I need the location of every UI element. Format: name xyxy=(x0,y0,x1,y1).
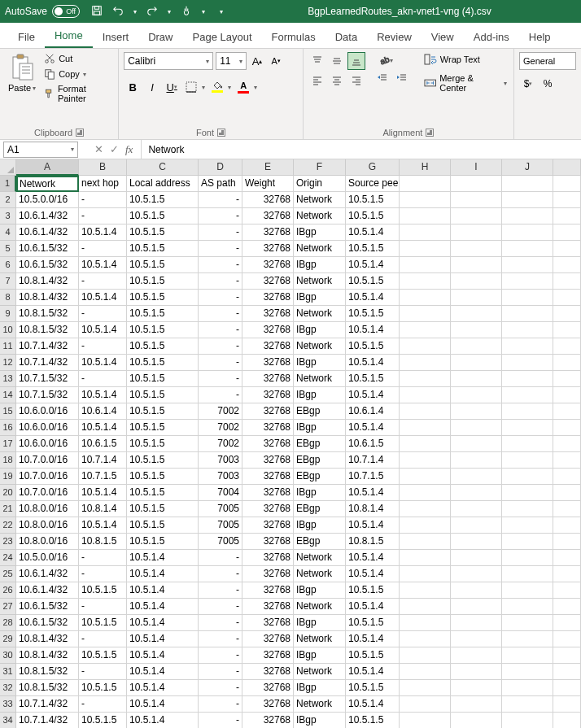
cell[interactable]: IBgp xyxy=(294,387,346,403)
cell[interactable] xyxy=(400,371,451,387)
cell[interactable]: 10.7.1.5/32 xyxy=(16,387,79,403)
row-header[interactable]: 20 xyxy=(0,485,16,501)
font-name-select[interactable]: Calibri▾ xyxy=(124,52,213,70)
row-header[interactable]: 23 xyxy=(0,534,16,550)
cell[interactable]: - xyxy=(199,696,242,713)
number-format-select[interactable]: General xyxy=(519,52,576,70)
cell[interactable]: 10.5.1.4 xyxy=(79,420,127,436)
cell[interactable] xyxy=(502,517,553,534)
cell[interactable] xyxy=(451,322,502,338)
cell[interactable] xyxy=(553,696,581,713)
cell[interactable]: IBgp xyxy=(294,582,346,599)
tab-insert[interactable]: Insert xyxy=(93,26,139,48)
cell[interactable] xyxy=(502,485,553,501)
cell[interactable]: 32768 xyxy=(242,469,294,485)
cell[interactable]: 10.5.1.4 xyxy=(346,387,400,403)
cell[interactable]: 10.6.1.5/32 xyxy=(16,599,79,615)
cell[interactable] xyxy=(502,322,553,338)
cell[interactable] xyxy=(400,452,451,469)
cell[interactable] xyxy=(553,322,581,338)
cell[interactable]: 10.8.1.5/32 xyxy=(16,306,79,322)
cell[interactable]: - xyxy=(199,225,242,241)
cell[interactable] xyxy=(400,550,451,566)
cell[interactable]: 10.5.1.5 xyxy=(127,338,199,355)
fx-icon[interactable]: fx xyxy=(125,143,133,156)
cell[interactable] xyxy=(502,713,553,728)
fill-color-button[interactable]: ▾ xyxy=(208,81,233,93)
cell[interactable] xyxy=(553,403,581,420)
tab-addins[interactable]: Add-ins xyxy=(464,26,519,48)
column-header-B[interactable]: B xyxy=(79,159,127,176)
cell[interactable]: Network xyxy=(294,371,346,387)
cell[interactable]: 10.8.1.4/32 xyxy=(16,290,79,306)
row-header[interactable]: 28 xyxy=(0,615,16,631)
cell[interactable]: - xyxy=(199,338,242,355)
cell[interactable]: Network xyxy=(294,192,346,208)
cell[interactable]: 32768 xyxy=(242,452,294,469)
cell[interactable]: - xyxy=(199,599,242,615)
cell[interactable] xyxy=(400,273,451,290)
cell[interactable]: 10.5.1.4 xyxy=(79,290,127,306)
font-color-button[interactable]: A▾ xyxy=(234,81,259,94)
cell[interactable]: 10.8.1.4 xyxy=(79,501,127,517)
column-header-J[interactable]: J xyxy=(502,159,553,176)
cell[interactable]: - xyxy=(199,257,242,273)
undo-dropdown-icon[interactable]: ▾ xyxy=(133,8,137,15)
cell[interactable]: 10.6.1.4/32 xyxy=(16,566,79,582)
cell[interactable] xyxy=(400,615,451,631)
cell[interactable]: 10.5.1.4 xyxy=(346,485,400,501)
cell[interactable]: 10.5.1.5 xyxy=(346,647,400,664)
cell[interactable] xyxy=(451,306,502,322)
cell[interactable]: 32768 xyxy=(242,582,294,599)
cell[interactable]: 32768 xyxy=(242,713,294,728)
cell[interactable] xyxy=(502,387,553,403)
cell[interactable] xyxy=(400,517,451,534)
cell[interactable] xyxy=(451,599,502,615)
cell[interactable] xyxy=(502,696,553,713)
cell[interactable]: - xyxy=(79,631,127,647)
cell[interactable] xyxy=(502,273,553,290)
cell[interactable]: - xyxy=(199,273,242,290)
spreadsheet-grid[interactable]: ABCDEFGHIJ 1Networknext hopLocal address… xyxy=(0,159,581,728)
cell[interactable]: 10.6.1.4/32 xyxy=(16,582,79,599)
merge-center-button[interactable]: Merge & Center▾ xyxy=(422,72,509,94)
cell[interactable] xyxy=(451,713,502,728)
formula-input[interactable]: Network xyxy=(141,140,581,159)
cell[interactable]: 10.5.1.5 xyxy=(127,322,199,338)
cell[interactable] xyxy=(553,534,581,550)
cell[interactable]: 10.5.1.4 xyxy=(127,599,199,615)
cell[interactable]: - xyxy=(199,550,242,566)
cell[interactable]: 10.5.1.5 xyxy=(127,225,199,241)
cell[interactable] xyxy=(400,631,451,647)
cell[interactable]: 10.7.1.4/32 xyxy=(16,355,79,371)
cell[interactable]: - xyxy=(199,582,242,599)
bold-button[interactable]: B xyxy=(124,78,142,96)
cell[interactable]: - xyxy=(79,273,127,290)
cell[interactable] xyxy=(451,501,502,517)
cut-button[interactable]: Cut xyxy=(42,52,113,65)
cell[interactable] xyxy=(502,290,553,306)
row-header[interactable]: 19 xyxy=(0,469,16,485)
cell[interactable]: 10.7.1.4/32 xyxy=(16,713,79,728)
select-all-button[interactable] xyxy=(0,159,16,176)
cell[interactable] xyxy=(553,566,581,582)
cell[interactable] xyxy=(451,517,502,534)
cell[interactable]: 10.5.1.5 xyxy=(127,420,199,436)
row-header[interactable]: 12 xyxy=(0,355,16,371)
cell[interactable]: 10.5.1.4 xyxy=(346,599,400,615)
cell[interactable] xyxy=(400,696,451,713)
cell[interactable]: 10.5.1.5 xyxy=(346,208,400,225)
cell[interactable]: 7003 xyxy=(199,469,242,485)
cell[interactable]: 10.5.1.5 xyxy=(127,208,199,225)
cell[interactable]: 10.5.1.4 xyxy=(79,355,127,371)
cell[interactable] xyxy=(400,403,451,420)
cell[interactable]: IBgp xyxy=(294,713,346,728)
cell[interactable]: 7005 xyxy=(199,517,242,534)
row-header[interactable]: 8 xyxy=(0,290,16,306)
cell[interactable] xyxy=(400,387,451,403)
clipboard-dialog-launcher[interactable] xyxy=(76,129,84,137)
cell[interactable] xyxy=(502,631,553,647)
cell[interactable] xyxy=(400,534,451,550)
cell[interactable] xyxy=(400,501,451,517)
cell[interactable]: 32768 xyxy=(242,664,294,680)
